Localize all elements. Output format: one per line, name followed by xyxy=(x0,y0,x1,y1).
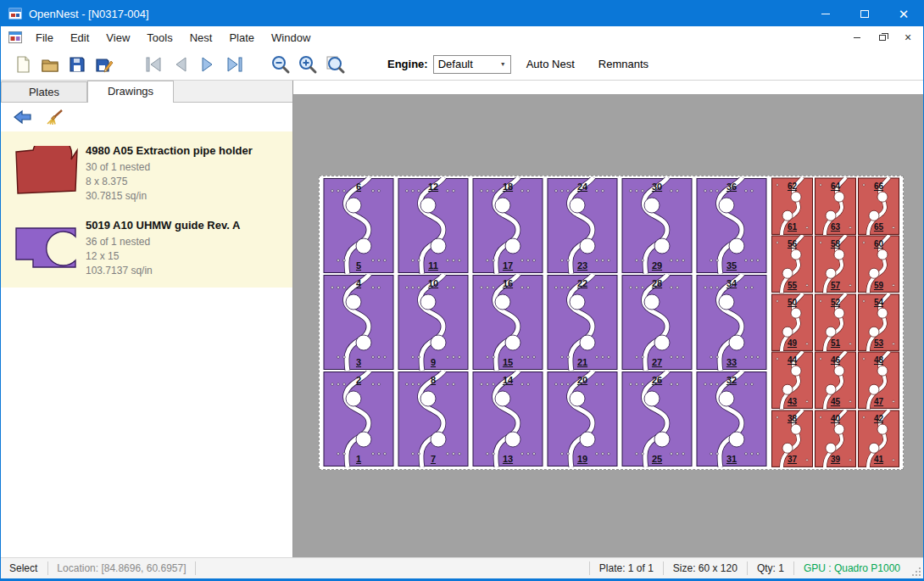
nested-red-part-pair[interactable]: 38 37 xyxy=(771,410,814,467)
mdi-restore-button[interactable] xyxy=(876,31,889,43)
purple-grid: 6 5 12 11 xyxy=(321,177,769,467)
go-previous-icon xyxy=(170,54,191,75)
maximize-button[interactable] xyxy=(845,1,884,26)
nested-purple-part-pair[interactable]: 16 15 xyxy=(470,274,545,371)
nested-purple-part-pair[interactable]: 36 35 xyxy=(694,177,769,274)
open-file-button[interactable] xyxy=(36,52,64,77)
parts-panel: Plates Drawings xyxy=(1,81,293,557)
save-button[interactable] xyxy=(64,52,91,77)
drawing-area: 103.7137 sq/in xyxy=(86,264,286,278)
menu-window[interactable]: Window xyxy=(263,27,319,48)
nested-purple-part-pair[interactable]: 20 19 xyxy=(545,371,620,467)
nested-red-part-pair[interactable]: 64 63 xyxy=(814,177,857,235)
save-as-button[interactable] xyxy=(91,52,118,77)
nested-red-part-pair[interactable]: 42 41 xyxy=(857,410,900,467)
nested-red-part-pair[interactable]: 56 55 xyxy=(771,235,814,293)
go-previous-button[interactable] xyxy=(167,52,194,77)
close-button[interactable]: ✕ xyxy=(884,1,923,26)
menu-view[interactable]: View xyxy=(97,27,138,48)
part-number-bottom: 65 xyxy=(857,222,900,232)
drawing-list-item[interactable]: 4980 A05 Extraction pipe holder 30 of 1 … xyxy=(1,135,292,209)
title-bar: OpenNest - [N0317-004] ✕ xyxy=(1,1,923,26)
clean-broom-icon xyxy=(45,109,65,126)
plate[interactable]: 6 5 12 11 xyxy=(319,176,904,470)
nested-purple-part-pair[interactable]: 22 21 xyxy=(545,274,620,371)
nested-red-part-pair[interactable]: 40 39 xyxy=(814,410,857,467)
app-icon xyxy=(8,7,22,20)
nested-red-part-pair[interactable]: 44 43 xyxy=(771,351,814,409)
nested-purple-part-pair[interactable]: 6 5 xyxy=(321,177,396,274)
nested-red-part-pair[interactable]: 60 59 xyxy=(857,235,900,293)
nested-red-part-pair[interactable]: 48 47 xyxy=(857,351,900,409)
nested-purple-part-pair[interactable]: 2 1 xyxy=(321,371,396,467)
auto-nest-button[interactable]: Auto Nest xyxy=(518,53,583,75)
nested-red-part-pair[interactable]: 66 65 xyxy=(857,177,900,235)
part-number-top: 50 xyxy=(771,298,814,307)
purple-part-shape xyxy=(545,177,620,274)
purple-part-shape xyxy=(470,371,545,467)
purple-part-shape xyxy=(470,274,545,371)
tab-plates[interactable]: Plates xyxy=(1,81,87,102)
nested-red-part-pair[interactable]: 52 51 xyxy=(814,293,857,351)
nested-purple-part-pair[interactable]: 26 25 xyxy=(620,371,694,467)
go-next-icon xyxy=(198,54,218,75)
part-number-bottom: 57 xyxy=(814,281,857,290)
nested-purple-part-pair[interactable]: 14 13 xyxy=(470,371,545,467)
menu-plate[interactable]: Plate xyxy=(220,27,263,48)
purple-part-shape xyxy=(545,274,620,371)
engine-dropdown[interactable]: Default ▼ xyxy=(433,55,511,74)
nested-purple-part-pair[interactable]: 32 31 xyxy=(694,371,769,467)
menu-edit[interactable]: Edit xyxy=(62,27,97,48)
new-file-button[interactable] xyxy=(9,52,36,77)
status-qty: Qty: 1 xyxy=(748,562,793,574)
menu-tools[interactable]: Tools xyxy=(138,27,181,48)
part-number-bottom: 51 xyxy=(814,338,857,348)
zoom-out-button[interactable] xyxy=(267,52,294,77)
part-number-bottom: 13 xyxy=(470,454,545,464)
nested-red-part-pair[interactable]: 62 61 xyxy=(771,177,814,235)
nested-purple-part-pair[interactable]: 12 11 xyxy=(396,177,470,274)
part-number-bottom: 49 xyxy=(771,338,814,348)
nested-purple-part-pair[interactable]: 8 7 xyxy=(396,371,470,467)
status-size: Size: 60 x 120 xyxy=(664,562,747,574)
tab-drawings[interactable]: Drawings xyxy=(87,81,174,103)
go-next-button[interactable] xyxy=(194,52,221,77)
part-number-top: 62 xyxy=(771,182,814,191)
nested-purple-part-pair[interactable]: 4 3 xyxy=(321,274,396,371)
nested-red-part-pair[interactable]: 46 45 xyxy=(814,351,857,409)
nested-purple-part-pair[interactable]: 30 29 xyxy=(620,177,694,274)
nested-purple-part-pair[interactable]: 24 23 xyxy=(545,177,620,274)
part-number-top: 30 xyxy=(620,182,694,192)
import-button[interactable] xyxy=(11,106,35,128)
go-first-button[interactable] xyxy=(140,52,167,77)
remnants-button[interactable]: Remnants xyxy=(590,53,657,75)
nesting-canvas[interactable]: 6 5 12 11 xyxy=(293,81,923,557)
document-window-icon xyxy=(8,31,22,43)
menu-items: FileEditViewToolsNestPlateWindow xyxy=(27,27,319,48)
part-number-bottom: 5 xyxy=(321,260,396,271)
zoom-in-icon xyxy=(298,54,318,75)
resize-grip[interactable] xyxy=(910,558,923,578)
menu-nest[interactable]: Nest xyxy=(181,27,221,48)
go-last-button[interactable] xyxy=(221,52,248,77)
drawings-list: 4980 A05 Extraction pipe holder 30 of 1 … xyxy=(1,131,292,288)
nested-purple-part-pair[interactable]: 28 27 xyxy=(620,274,694,371)
nested-purple-part-pair[interactable]: 18 17 xyxy=(470,177,545,274)
nested-red-part-pair[interactable]: 58 57 xyxy=(814,235,857,293)
menu-file[interactable]: File xyxy=(27,27,62,48)
nested-red-part-pair[interactable]: 54 53 xyxy=(857,293,900,351)
part-number-top: 6 xyxy=(321,182,396,192)
drawing-list-item[interactable]: 5019 A10 UHMW guide Rev. A 36 of 1 neste… xyxy=(1,209,292,284)
mdi-close-button[interactable]: × xyxy=(901,31,915,43)
clean-button[interactable] xyxy=(43,106,67,128)
part-number-top: 16 xyxy=(470,278,545,288)
part-number-top: 44 xyxy=(771,355,814,365)
nested-purple-part-pair[interactable]: 10 9 xyxy=(396,274,470,371)
part-number-top: 54 xyxy=(857,298,900,307)
minimize-button[interactable] xyxy=(806,1,845,26)
nested-purple-part-pair[interactable]: 34 33 xyxy=(694,274,769,371)
nested-red-part-pair[interactable]: 50 49 xyxy=(771,293,814,351)
zoom-in-button[interactable] xyxy=(294,52,321,77)
zoom-fit-button[interactable] xyxy=(321,52,348,77)
mdi-minimize-button[interactable] xyxy=(850,31,864,43)
